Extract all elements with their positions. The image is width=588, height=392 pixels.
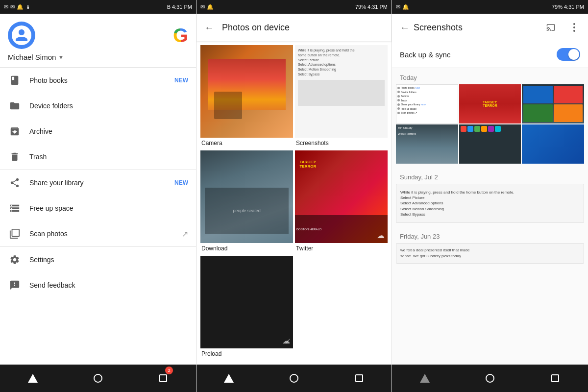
nav-item-archive[interactable]: Archive <box>0 119 196 144</box>
nav-item-free-up-space[interactable]: Free up space <box>0 196 196 221</box>
nav-item-send-feedback[interactable]: Send feedback <box>0 272 196 298</box>
more-options-button[interactable] <box>564 18 584 37</box>
home-button[interactable] <box>88 368 108 388</box>
nav-item-trash[interactable]: Trash <box>0 144 196 170</box>
status-bar-panel3: ✉ 🔔 79% 4:31 PM <box>392 0 588 14</box>
status-bar-panel2: ✉ 🔔 79% 4:31 PM <box>196 0 392 14</box>
drawer-panel: ✉ ✉ 🔔 🌡 B 4:31 PM <box>0 0 196 392</box>
home-button-p2[interactable] <box>284 368 304 388</box>
sync-toggle[interactable] <box>557 48 580 61</box>
photos-title: Photos on device <box>222 23 290 33</box>
drawer-nav: Photo books NEW Device folders Archive <box>0 68 196 365</box>
recents-button-p3[interactable] <box>545 368 565 388</box>
status-icons-right-2: 79% 4:31 PM <box>355 4 388 10</box>
photo-grid: Camera While it is playing, press and ho… <box>196 41 392 365</box>
external-link-icon: ↗ <box>182 229 188 239</box>
battery-p3: 79% <box>552 4 563 10</box>
nav-item-share-library[interactable]: Share your library NEW <box>0 170 196 196</box>
nav-item-settings[interactable]: Settings <box>0 247 196 272</box>
time-p2: 4:31 PM <box>368 4 388 10</box>
nav-label-device-folders: Device folders <box>29 102 188 110</box>
settings-icon <box>8 253 22 267</box>
folder-camera[interactable]: Camera <box>200 45 293 148</box>
screenshot-thumb-blue[interactable] <box>522 124 584 164</box>
screenshot-thumb-menu[interactable]: Photo books NEW Device folders Archive T… <box>396 84 458 123</box>
battery-icon: 🌡 <box>25 4 31 10</box>
cast-button[interactable] <box>541 18 561 37</box>
thumb-screenshots: While it is playing, press and hold the … <box>295 45 388 138</box>
folder-download[interactable]: people seated Download <box>200 150 293 254</box>
status-icons-right-3: 79% 4:31 PM <box>552 4 584 10</box>
sync-row: Back up & sync <box>392 41 588 68</box>
date-header-sunday: Sunday, Jul 2 <box>396 168 584 184</box>
today-grid-row2: 85° CloudyWest Hartford <box>396 124 584 164</box>
recents-button-wrapper: 2 <box>153 368 173 388</box>
sync-label: Back up & sync <box>400 50 450 59</box>
folder-screenshots[interactable]: While it is playing, press and hold the … <box>295 45 388 148</box>
thumb-preload: ☁̷ <box>200 256 293 348</box>
back-icon-p3[interactable]: ← <box>400 22 410 33</box>
jun23-text: we felt a deal presented itself that mad… <box>400 247 580 259</box>
screenshot-text[interactable]: While it is playing, press and hold the … <box>396 184 584 223</box>
nav-label-trash: Trash <box>29 153 188 161</box>
photos-on-device-panel: ✉ 🔔 79% 4:31 PM ← Photos on device Camer… <box>196 0 392 392</box>
nav-label-archive: Archive <box>29 127 188 135</box>
date-header-friday: Friday, Jun 23 <box>396 227 584 243</box>
notification-icon-p3: 🔔 <box>402 4 409 10</box>
archive-icon <box>8 124 22 138</box>
nav-label-free-up-space: Free up space <box>29 204 188 212</box>
back-icon-p2[interactable]: ← <box>204 22 214 33</box>
folder-preload[interactable]: ☁̷ Preload <box>200 256 293 359</box>
today-grid: Photo books NEW Device folders Archive T… <box>396 84 584 123</box>
screenshot-jun23[interactable]: we felt a deal presented itself that mad… <box>396 243 584 264</box>
screenshots-title: Screenshots <box>414 23 537 33</box>
folder-name-screenshots: Screenshots <box>295 138 388 148</box>
folder-name-download: Download <box>200 243 293 254</box>
status-icons-left: ✉ ✉ 🔔 🌡 <box>4 4 31 10</box>
notification-icon: 🔔 <box>17 4 24 10</box>
folder-name-preload: Preload <box>200 348 293 359</box>
chevron-down-icon: ▼ <box>58 54 64 61</box>
drawer-header: Michael Simon ▼ G <box>0 14 196 67</box>
three-dots-icon <box>573 23 575 32</box>
time-p3: 4:31 PM <box>564 4 584 10</box>
screenshot-thumb-apps[interactable] <box>459 124 521 164</box>
nav-item-device-folders[interactable]: Device folders <box>0 93 196 119</box>
folder-twitter[interactable]: TARGET:TERROR BOSTON HERALD ☁ Twitter <box>295 150 388 254</box>
home-button-p3[interactable] <box>480 368 500 388</box>
scan-icon <box>8 227 22 241</box>
recents-button-p2[interactable] <box>349 368 369 388</box>
nav-item-photo-books[interactable]: Photo books NEW <box>0 68 196 93</box>
date-header-today: Today <box>396 68 584 84</box>
status-icons-right: B 4:31 PM <box>167 4 192 10</box>
thumb-camera <box>200 45 293 138</box>
status-bar-panel1: ✉ ✉ 🔔 🌡 B 4:31 PM <box>0 0 196 14</box>
screenshot-thumb-weather[interactable]: 85° CloudyWest Hartford <box>396 124 458 164</box>
toggle-knob <box>568 49 579 60</box>
thumb-twitter: TARGET:TERROR BOSTON HERALD ☁ <box>295 150 388 243</box>
book-icon <box>8 74 22 87</box>
screenshots-scroll[interactable]: Today Photo books NEW Device folders Arc… <box>392 68 588 365</box>
photos-toolbar: ← Photos on device <box>196 14 392 41</box>
thumb-download: people seated <box>200 150 293 243</box>
user-name[interactable]: Michael Simon ▼ <box>8 53 64 61</box>
feedback-icon <box>8 278 22 292</box>
screenshots-toolbar: ← Screenshots <box>392 14 588 41</box>
screenshot-thumb-phone[interactable] <box>522 84 584 123</box>
folder-name-camera: Camera <box>200 138 293 148</box>
screenshot-thumb-news[interactable]: TARGET:TERROR <box>459 84 521 123</box>
nav-item-scan-photos[interactable]: Scan photos ↗ <box>0 221 196 246</box>
nav-label-send-feedback: Send feedback <box>29 281 188 289</box>
cloud-off-icon-preload: ☁̷ <box>282 336 290 345</box>
avatar[interactable] <box>8 22 35 49</box>
notification-icon-p2: 🔔 <box>207 4 214 10</box>
nav-label-share-library: Share your library <box>29 179 174 187</box>
bottom-nav-panel3 <box>392 365 588 392</box>
back-button[interactable] <box>23 368 43 388</box>
back-button-p3[interactable] <box>415 368 435 388</box>
bluetooth-icon: B <box>167 4 171 10</box>
screenshot-text-content: While it is playing, press and hold the … <box>400 190 580 217</box>
back-button-p2[interactable] <box>219 368 239 388</box>
drawer-content: Michael Simon ▼ G Photo books NEW <box>0 14 196 365</box>
friday-section: Friday, Jun 23 we felt a deal presented … <box>396 227 584 264</box>
